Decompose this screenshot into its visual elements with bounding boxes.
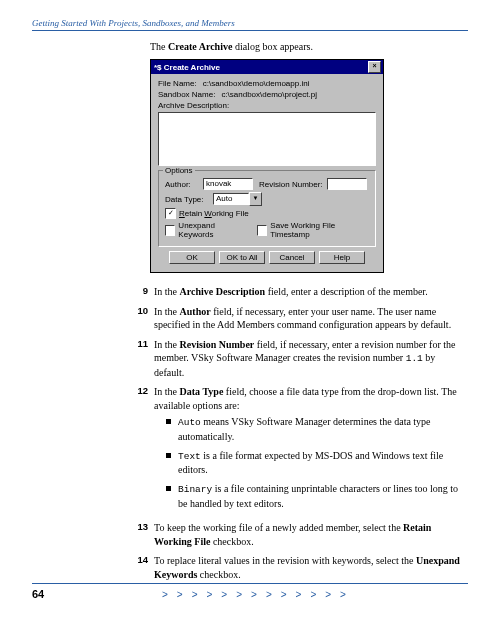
square-bullet-icon [166,453,171,458]
bullet-item: Text is a file format expected by MS-DOS… [166,449,460,477]
step-number: 12 [126,385,154,515]
lead-text: The Create Archive dialog box appears. [150,41,468,52]
bullet-item: Binary is a file containing unprintable … [166,482,460,510]
chevron-down-icon[interactable]: ▼ [249,192,262,206]
step-text: To replace literal values in the revisio… [154,554,468,581]
revision-number-input[interactable] [327,178,367,190]
step-item: 14To replace literal values in the revis… [126,554,468,581]
cancel-button[interactable]: Cancel [269,251,315,264]
step-number: 11 [126,338,154,380]
save-timestamp-label: Save Working File Timestamp [270,221,369,239]
step-item: 9In the Archive Description field, enter… [126,285,468,299]
retain-working-file-checkbox[interactable]: ✓ [165,208,176,219]
ok-button[interactable]: OK [169,251,215,264]
step-text: In the Data Type field, choose a file da… [154,385,468,515]
step-text: In the Archive Description field, enter … [154,285,468,299]
sandbox-name-label: Sandbox Name: [158,90,215,99]
step-item: 13To keep the working file of a newly ad… [126,521,468,548]
retain-working-file-label: Retain Working File [179,209,249,218]
step-list: 9In the Archive Description field, enter… [126,285,468,581]
close-icon[interactable]: × [368,61,381,73]
square-bullet-icon [166,419,171,424]
archive-description-label: Archive Description: [158,101,376,110]
window-title: *$ Create Archive [153,63,368,72]
step-text: In the Revision Number field, if necessa… [154,338,468,380]
dialog-screenshot: *$ Create Archive × File Name:c:\sandbox… [150,59,468,273]
revision-number-label: Revision Number: [259,180,323,189]
footer-chevrons: >>>>>>>>>>>>> [102,589,355,600]
author-input[interactable]: knovak [203,178,253,190]
page-header: Getting Started With Projects, Sandboxes… [32,18,468,31]
step-item: 10In the Author field, if necessary, ent… [126,305,468,332]
step-number: 13 [126,521,154,548]
ok-all-button[interactable]: OK to All [219,251,265,264]
step-number: 9 [126,285,154,299]
unexpand-keywords-label: Unexpand Keywords [178,221,247,239]
file-name-label: File Name: [158,79,197,88]
square-bullet-icon [166,486,171,491]
data-type-select[interactable]: Auto▼ [213,192,262,206]
step-number: 10 [126,305,154,332]
archive-description-input[interactable] [158,112,376,166]
author-label: Author: [165,180,203,189]
save-timestamp-checkbox[interactable] [257,225,267,236]
page-footer: 64 >>>>>>>>>>>>> [32,583,468,600]
step-item: 12In the Data Type field, choose a file … [126,385,468,515]
page-number: 64 [32,588,102,600]
data-type-label: Data Type: [165,195,213,204]
bullet-item: Auto means VSky Software Manager determi… [166,415,460,443]
titlebar: *$ Create Archive × [151,60,383,74]
step-item: 11In the Revision Number field, if neces… [126,338,468,380]
step-number: 14 [126,554,154,581]
step-text: To keep the working file of a newly adde… [154,521,468,548]
options-group: Options Author: knovak Revision Number: … [158,170,376,247]
sandbox-name-value: c:\sandbox\demo\project.pj [221,90,317,99]
file-name-value: c:\sandbox\demo\demoapp.ini [203,79,310,88]
options-group-title: Options [163,166,195,175]
help-button[interactable]: Help [319,251,365,264]
step-text: In the Author field, if necessary, enter… [154,305,468,332]
unexpand-keywords-checkbox[interactable] [165,225,175,236]
